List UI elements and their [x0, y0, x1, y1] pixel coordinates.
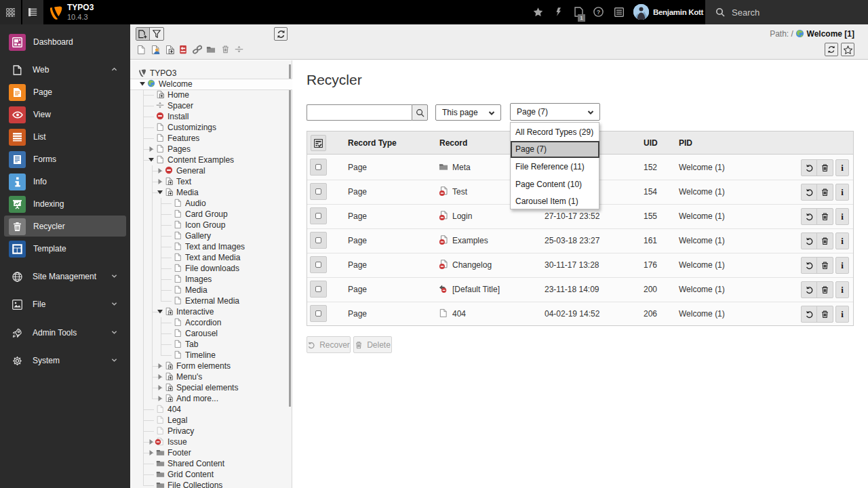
svg-text:?: ?: [597, 9, 601, 16]
